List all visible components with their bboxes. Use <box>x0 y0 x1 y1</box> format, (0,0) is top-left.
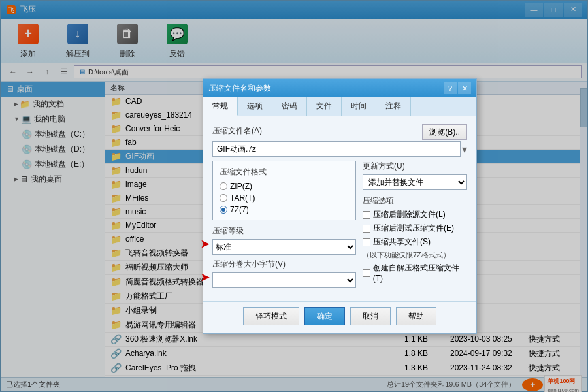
tab-options[interactable]: 选项 <box>238 97 272 116</box>
level-input-row: ➤ 标准 <box>212 239 356 255</box>
compress-dialog: 压缩文件名和参数 ? ✕ 常规 选项 密码 文件 时间 注释 压缩文件名(A) … <box>203 78 477 334</box>
radio-7z-label: 7Z(7) <box>230 205 249 214</box>
dialog-tabs: 常规 选项 密码 文件 时间 注释 <box>203 97 476 116</box>
checkbox-test-after-label: 压缩后测试压缩文件(E) <box>373 223 454 234</box>
dialog-title: 压缩文件名和参数 <box>208 83 444 94</box>
help-button[interactable]: 帮助 <box>396 307 436 325</box>
cancel-button[interactable]: 取消 <box>350 307 391 325</box>
checkbox-test-after[interactable]: 压缩后测试压缩文件(E) <box>363 223 467 234</box>
update-select[interactable]: 添加并替换文件 <box>363 174 467 190</box>
split-select[interactable] <box>212 272 356 288</box>
tab-password[interactable]: 密码 <box>272 97 307 116</box>
filename-input-row: ▾ <box>212 141 467 157</box>
radio-zip[interactable]: ZIP(Z) <box>220 182 349 191</box>
dialog-overlay: 压缩文件名和参数 ? ✕ 常规 选项 密码 文件 时间 注释 压缩文件名(A) … <box>0 0 588 392</box>
radio-tar-label: TAR(T) <box>230 193 255 203</box>
radio-zip-label: ZIP(Z) <box>230 182 252 191</box>
light-mode-button[interactable]: 轻巧模式 <box>243 307 299 325</box>
radio-7z[interactable]: 7Z(7) <box>220 205 349 214</box>
tab-time[interactable]: 时间 <box>342 97 376 116</box>
checkbox-shared[interactable]: 压缩共享文件(S) <box>363 237 467 248</box>
radio-zip-circle <box>220 182 227 190</box>
level-label: 压缩等级 <box>212 225 356 237</box>
filename-input[interactable] <box>212 141 461 157</box>
dialog-help-button[interactable]: ? <box>444 82 457 94</box>
tab-files[interactable]: 文件 <box>307 97 342 116</box>
tab-general[interactable]: 常规 <box>203 97 238 116</box>
format-title: 压缩文件格式 <box>220 167 349 178</box>
filename-label: 压缩文件名(A) <box>212 125 262 137</box>
update-section: 更新方式(U) 添加并替换文件 <box>363 161 467 190</box>
two-col-section: 压缩文件格式 ZIP(Z) TAR(T) <box>212 161 467 288</box>
dialog-controls: ? ✕ <box>444 82 471 94</box>
checkbox-sfx[interactable]: 创建自解压格式压缩文件(T) <box>363 263 467 283</box>
radio-tar-circle <box>220 194 227 202</box>
checkbox-delete-src-box <box>363 211 370 219</box>
right-column: 更新方式(U) 添加并替换文件 压缩选项 压缩后删除源文件(L) <box>363 161 467 288</box>
checkbox-delete-src-label: 压缩后删除源文件(L) <box>373 209 446 220</box>
dialog-footer: 轻巧模式 确定 取消 帮助 <box>203 301 476 333</box>
dialog-body: 压缩文件名(A) 浏览(B).. ▾ 压缩文件格式 <box>203 116 476 301</box>
filename-dropdown-arrow[interactable]: ▾ <box>462 143 467 155</box>
filename-header: 压缩文件名(A) 浏览(B).. <box>212 124 467 140</box>
split-label: 压缩分卷大小字节(V) <box>212 259 356 270</box>
level-select[interactable]: 标准 <box>212 239 356 255</box>
split-input-row: ➤ <box>212 272 356 288</box>
format-section: 压缩文件格式 ZIP(Z) TAR(T) <box>212 161 356 220</box>
ok-button[interactable]: 确定 <box>304 307 345 325</box>
checkbox-test-after-box <box>363 225 370 233</box>
radio-7z-circle <box>220 206 227 214</box>
radio-tar[interactable]: TAR(T) <box>220 193 349 203</box>
split-section: 压缩分卷大小字节(V) ➤ <box>212 259 356 288</box>
red-arrow-level: ➤ <box>201 238 209 250</box>
checkbox-sfx-label: 创建自解压格式压缩文件(T) <box>373 263 467 283</box>
browse-button[interactable]: 浏览(B).. <box>422 124 467 140</box>
filename-section: 压缩文件名(A) 浏览(B).. ▾ <box>212 124 467 157</box>
dialog-close-button[interactable]: ✕ <box>458 82 471 94</box>
checkbox-shared-box <box>363 238 370 246</box>
checkbox-delete-src[interactable]: 压缩后删除源文件(L) <box>363 209 467 220</box>
dialog-titlebar: 压缩文件名和参数 ? ✕ <box>203 79 476 97</box>
radio-7z-dot <box>221 208 225 212</box>
format-radio-group: ZIP(Z) TAR(T) 7Z(7) <box>220 182 349 214</box>
options-note: （以下功能仅限7Z格式式） <box>363 250 467 260</box>
red-arrow-split: ➤ <box>201 271 209 284</box>
options-label: 压缩选项 <box>363 195 467 206</box>
tab-comment[interactable]: 注释 <box>376 97 411 116</box>
checkbox-shared-label: 压缩共享文件(S) <box>373 237 431 248</box>
update-label: 更新方式(U) <box>363 161 467 172</box>
level-section: 压缩等级 ➤ 标准 <box>212 225 356 255</box>
checkbox-sfx-box <box>363 269 370 277</box>
options-section: 压缩选项 压缩后删除源文件(L) 压缩后测试压缩文件(E) 压缩共享文件(S) <box>363 195 467 283</box>
left-column: 压缩文件格式 ZIP(Z) TAR(T) <box>212 161 356 288</box>
